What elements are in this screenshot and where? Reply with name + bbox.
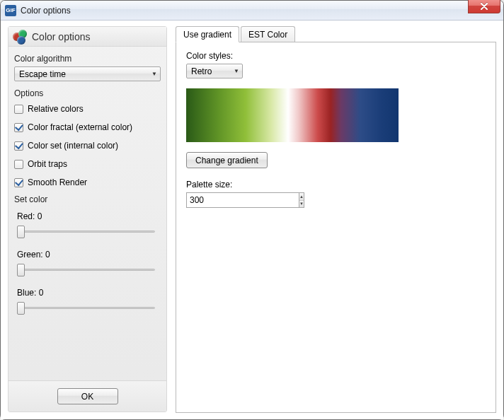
right-panel: Use gradient EST Color Color styles: Ret… bbox=[176, 26, 496, 412]
color-fractal-label: Color fractal (external color) bbox=[28, 122, 132, 132]
palette-size-spinner[interactable]: ▲ ▼ bbox=[186, 192, 264, 208]
smooth-render-label: Smooth Render bbox=[28, 177, 87, 187]
tabstrip: Use gradient EST Color bbox=[176, 26, 496, 42]
chevron-down-icon: ▼ bbox=[151, 71, 157, 77]
color-styles-label: Color styles: bbox=[186, 51, 486, 61]
color-styles-value: Retro bbox=[191, 66, 212, 76]
algorithm-combo[interactable]: Escape time ▼ bbox=[14, 66, 161, 81]
green-slider[interactable] bbox=[16, 262, 159, 276]
color-fractal-checkbox[interactable] bbox=[14, 123, 23, 132]
relative-colors-row[interactable]: Relative colors bbox=[14, 101, 161, 117]
red-label: Red: 0 bbox=[17, 211, 161, 221]
dialog-window: GIF Color options Color options Color al… bbox=[0, 0, 504, 420]
palette-size-label: Palette size: bbox=[186, 180, 486, 189]
app-icon: GIF bbox=[5, 5, 16, 16]
color-options-icon bbox=[13, 30, 28, 44]
window-title: Color options bbox=[21, 6, 71, 16]
gradient-preview bbox=[186, 88, 399, 142]
red-slider[interactable] bbox=[16, 224, 159, 238]
blue-slider[interactable] bbox=[16, 301, 159, 315]
left-panel: Color options Color algorithm Escape tim… bbox=[8, 26, 167, 412]
palette-spin-up[interactable]: ▲ bbox=[299, 193, 304, 201]
green-slider-thumb[interactable] bbox=[17, 264, 25, 276]
close-button[interactable] bbox=[468, 0, 500, 13]
blue-slider-thumb[interactable] bbox=[17, 302, 25, 315]
green-slider-block: Green: 0 bbox=[14, 247, 161, 281]
color-set-checkbox[interactable] bbox=[14, 141, 23, 151]
palette-spin-down[interactable]: ▼ bbox=[299, 201, 304, 208]
left-heading: Color options bbox=[32, 31, 91, 42]
green-label: Green: 0 bbox=[17, 250, 161, 259]
algorithm-label: Color algorithm bbox=[14, 54, 161, 64]
set-color-label: Set color bbox=[14, 194, 161, 204]
options-label: Options bbox=[14, 88, 161, 98]
color-set-row[interactable]: Color set (internal color) bbox=[14, 138, 161, 153]
blue-slider-block: Blue: 0 bbox=[14, 285, 161, 319]
tabpage-gradient: Color styles: Retro ▼ Change gradient Pa… bbox=[176, 42, 496, 413]
relative-colors-label: Relative colors bbox=[28, 104, 84, 114]
relative-colors-checkbox[interactable] bbox=[14, 105, 23, 114]
client-area: Color options Color algorithm Escape tim… bbox=[1, 21, 503, 419]
orbit-traps-label: Orbit traps bbox=[28, 159, 67, 169]
smooth-render-row[interactable]: Smooth Render bbox=[14, 175, 161, 190]
chevron-down-icon: ▼ bbox=[234, 68, 239, 74]
palette-size-input[interactable] bbox=[186, 192, 299, 208]
ok-button[interactable]: OK bbox=[57, 388, 118, 404]
algorithm-value: Escape time bbox=[19, 69, 66, 79]
left-header: Color options bbox=[8, 27, 166, 47]
red-slider-block: Red: 0 bbox=[14, 209, 161, 243]
change-gradient-button[interactable]: Change gradient bbox=[186, 152, 268, 168]
left-body: Color algorithm Escape time ▼ Options Re… bbox=[8, 47, 166, 380]
red-slider-thumb[interactable] bbox=[17, 226, 25, 238]
tab-use-gradient[interactable]: Use gradient bbox=[176, 26, 239, 42]
titlebar[interactable]: GIF Color options bbox=[1, 1, 503, 21]
left-footer: OK bbox=[8, 380, 166, 412]
blue-label: Blue: 0 bbox=[17, 288, 161, 298]
color-fractal-row[interactable]: Color fractal (external color) bbox=[14, 119, 161, 135]
color-set-label: Color set (internal color) bbox=[28, 141, 118, 151]
tab-est-color[interactable]: EST Color bbox=[241, 26, 295, 42]
close-icon bbox=[480, 3, 488, 10]
orbit-traps-row[interactable]: Orbit traps bbox=[14, 156, 161, 172]
color-styles-combo[interactable]: Retro ▼ bbox=[186, 64, 243, 78]
orbit-traps-checkbox[interactable] bbox=[14, 160, 23, 169]
smooth-render-checkbox[interactable] bbox=[14, 178, 23, 187]
